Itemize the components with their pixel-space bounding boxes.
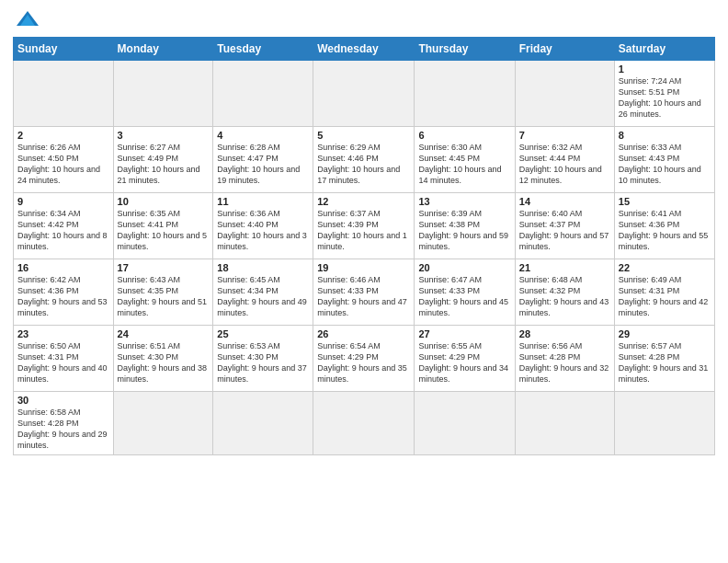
weekday-header-row: SundayMondayTuesdayWednesdayThursdayFrid… <box>14 38 715 61</box>
day-number: 10 <box>118 196 210 207</box>
calendar-cell: 19Sunrise: 6:46 AM Sunset: 4:33 PM Dayli… <box>313 259 415 326</box>
calendar-cell <box>14 61 114 127</box>
day-info: Sunrise: 6:37 AM Sunset: 4:39 PM Dayligh… <box>317 208 410 253</box>
day-number: 23 <box>17 328 109 339</box>
day-number: 16 <box>17 262 109 273</box>
day-info: Sunrise: 6:50 AM Sunset: 4:31 PM Dayligh… <box>17 340 109 385</box>
calendar-cell <box>415 61 515 127</box>
day-number: 8 <box>619 130 711 141</box>
day-info: Sunrise: 6:48 AM Sunset: 4:32 PM Dayligh… <box>519 274 610 319</box>
weekday-header-monday: Monday <box>113 38 213 61</box>
day-number: 19 <box>317 262 410 273</box>
weekday-header-thursday: Thursday <box>415 38 515 61</box>
calendar-cell: 21Sunrise: 6:48 AM Sunset: 4:32 PM Dayli… <box>515 259 614 326</box>
day-info: Sunrise: 6:58 AM Sunset: 4:28 PM Dayligh… <box>17 407 109 452</box>
day-info: Sunrise: 6:30 AM Sunset: 4:45 PM Dayligh… <box>418 142 510 187</box>
day-number: 21 <box>519 262 610 273</box>
day-number: 25 <box>217 328 309 339</box>
day-number: 13 <box>418 196 510 207</box>
calendar-cell: 14Sunrise: 6:40 AM Sunset: 4:37 PM Dayli… <box>515 193 614 259</box>
calendar-cell <box>113 61 213 127</box>
day-number: 26 <box>317 328 410 339</box>
logo-icon <box>15 9 40 29</box>
calendar-cell: 26Sunrise: 6:54 AM Sunset: 4:29 PM Dayli… <box>313 326 415 392</box>
day-number: 1 <box>619 63 711 75</box>
day-info: Sunrise: 6:40 AM Sunset: 4:37 PM Dayligh… <box>519 208 610 253</box>
calendar-cell: 5Sunrise: 6:29 AM Sunset: 4:46 PM Daylig… <box>313 127 415 193</box>
calendar-cell: 10Sunrise: 6:35 AM Sunset: 4:41 PM Dayli… <box>113 193 213 259</box>
day-info: Sunrise: 6:56 AM Sunset: 4:28 PM Dayligh… <box>519 340 610 385</box>
weekday-header-tuesday: Tuesday <box>213 38 313 61</box>
day-number: 27 <box>418 328 510 339</box>
day-info: Sunrise: 6:28 AM Sunset: 4:47 PM Dayligh… <box>217 142 309 187</box>
day-info: Sunrise: 6:53 AM Sunset: 4:30 PM Dayligh… <box>217 340 309 385</box>
day-number: 6 <box>418 130 510 141</box>
day-info: Sunrise: 6:43 AM Sunset: 4:35 PM Dayligh… <box>118 274 210 319</box>
day-number: 30 <box>17 395 109 406</box>
day-number: 7 <box>519 130 610 141</box>
day-number: 3 <box>118 130 210 141</box>
calendar-cell <box>515 61 614 127</box>
header-area <box>13 9 715 29</box>
calendar-cell: 6Sunrise: 6:30 AM Sunset: 4:45 PM Daylig… <box>415 127 515 193</box>
page: SundayMondayTuesdayWednesdayThursdayFrid… <box>0 0 728 563</box>
calendar-week-0: 1Sunrise: 7:24 AM Sunset: 5:51 PM Daylig… <box>14 61 715 127</box>
calendar-cell: 18Sunrise: 6:45 AM Sunset: 4:34 PM Dayli… <box>213 259 313 326</box>
calendar-cell: 9Sunrise: 6:34 AM Sunset: 4:42 PM Daylig… <box>14 193 114 259</box>
calendar-week-4: 23Sunrise: 6:50 AM Sunset: 4:31 PM Dayli… <box>14 326 715 392</box>
weekday-header-saturday: Saturday <box>614 38 714 61</box>
day-info: Sunrise: 6:33 AM Sunset: 4:43 PM Dayligh… <box>619 142 711 187</box>
calendar-cell: 2Sunrise: 6:26 AM Sunset: 4:50 PM Daylig… <box>14 127 114 193</box>
day-number: 4 <box>217 130 309 141</box>
day-info: Sunrise: 6:57 AM Sunset: 4:28 PM Dayligh… <box>619 340 711 385</box>
day-info: Sunrise: 6:47 AM Sunset: 4:33 PM Dayligh… <box>418 274 510 319</box>
day-info: Sunrise: 6:42 AM Sunset: 4:36 PM Dayligh… <box>17 274 109 319</box>
day-info: Sunrise: 6:26 AM Sunset: 4:50 PM Dayligh… <box>17 142 109 187</box>
calendar-cell: 23Sunrise: 6:50 AM Sunset: 4:31 PM Dayli… <box>14 326 114 392</box>
calendar-cell: 20Sunrise: 6:47 AM Sunset: 4:33 PM Dayli… <box>415 259 515 326</box>
day-number: 11 <box>217 196 309 207</box>
calendar-cell: 15Sunrise: 6:41 AM Sunset: 4:36 PM Dayli… <box>614 193 714 259</box>
calendar-week-5: 30Sunrise: 6:58 AM Sunset: 4:28 PM Dayli… <box>14 392 715 455</box>
logo-area <box>13 9 40 29</box>
calendar-cell: 17Sunrise: 6:43 AM Sunset: 4:35 PM Dayli… <box>113 259 213 326</box>
calendar-cell: 30Sunrise: 6:58 AM Sunset: 4:28 PM Dayli… <box>14 392 114 455</box>
calendar-cell: 12Sunrise: 6:37 AM Sunset: 4:39 PM Dayli… <box>313 193 415 259</box>
calendar-cell: 28Sunrise: 6:56 AM Sunset: 4:28 PM Dayli… <box>515 326 614 392</box>
day-info: Sunrise: 6:49 AM Sunset: 4:31 PM Dayligh… <box>619 274 711 319</box>
calendar-cell: 25Sunrise: 6:53 AM Sunset: 4:30 PM Dayli… <box>213 326 313 392</box>
day-number: 28 <box>519 328 610 339</box>
calendar-cell <box>113 392 213 455</box>
calendar-cell: 16Sunrise: 6:42 AM Sunset: 4:36 PM Dayli… <box>14 259 114 326</box>
calendar-week-2: 9Sunrise: 6:34 AM Sunset: 4:42 PM Daylig… <box>14 193 715 259</box>
day-info: Sunrise: 6:29 AM Sunset: 4:46 PM Dayligh… <box>317 142 410 187</box>
calendar-cell <box>313 392 415 455</box>
day-info: Sunrise: 6:27 AM Sunset: 4:49 PM Dayligh… <box>118 142 210 187</box>
day-number: 14 <box>519 196 610 207</box>
day-info: Sunrise: 6:36 AM Sunset: 4:40 PM Dayligh… <box>217 208 309 253</box>
day-number: 2 <box>17 130 109 141</box>
day-info: Sunrise: 6:54 AM Sunset: 4:29 PM Dayligh… <box>317 340 410 385</box>
calendar-cell <box>213 61 313 127</box>
calendar-week-1: 2Sunrise: 6:26 AM Sunset: 4:50 PM Daylig… <box>14 127 715 193</box>
day-number: 24 <box>118 328 210 339</box>
calendar-cell <box>614 392 714 455</box>
calendar-cell: 27Sunrise: 6:55 AM Sunset: 4:29 PM Dayli… <box>415 326 515 392</box>
day-info: Sunrise: 6:45 AM Sunset: 4:34 PM Dayligh… <box>217 274 309 319</box>
day-info: Sunrise: 6:46 AM Sunset: 4:33 PM Dayligh… <box>317 274 410 319</box>
day-info: Sunrise: 6:32 AM Sunset: 4:44 PM Dayligh… <box>519 142 610 187</box>
day-info: Sunrise: 6:39 AM Sunset: 4:38 PM Dayligh… <box>418 208 510 253</box>
calendar-cell <box>515 392 614 455</box>
logo-text <box>13 9 40 29</box>
day-number: 22 <box>619 262 711 273</box>
day-info: Sunrise: 6:55 AM Sunset: 4:29 PM Dayligh… <box>418 340 510 385</box>
calendar-week-3: 16Sunrise: 6:42 AM Sunset: 4:36 PM Dayli… <box>14 259 715 326</box>
calendar-cell: 11Sunrise: 6:36 AM Sunset: 4:40 PM Dayli… <box>213 193 313 259</box>
weekday-header-sunday: Sunday <box>14 38 114 61</box>
day-info: Sunrise: 6:41 AM Sunset: 4:36 PM Dayligh… <box>619 208 711 253</box>
day-number: 5 <box>317 130 410 141</box>
calendar-cell: 22Sunrise: 6:49 AM Sunset: 4:31 PM Dayli… <box>614 259 714 326</box>
day-number: 18 <box>217 262 309 273</box>
day-number: 9 <box>17 196 109 207</box>
weekday-header-friday: Friday <box>515 38 614 61</box>
